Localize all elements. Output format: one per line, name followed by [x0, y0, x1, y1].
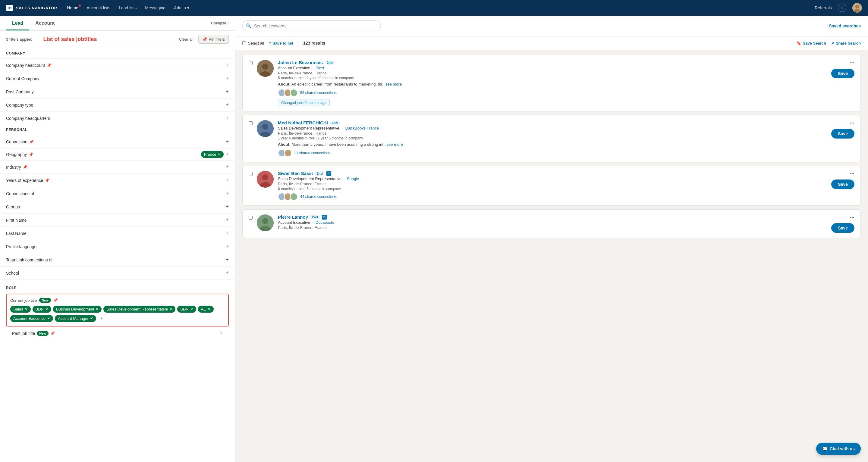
add-filter-icon[interactable]: + — [225, 89, 229, 95]
clear-all-button[interactable]: Clear all — [179, 37, 193, 41]
filter-row-first-name[interactable]: First Name + — [0, 213, 235, 227]
more-options-button[interactable]: ··· — [850, 60, 855, 66]
filter-row-teamlink[interactable]: TeamLink connections of + — [0, 253, 235, 266]
filter-row-last-name[interactable]: Last Name + — [0, 227, 235, 240]
referrals-link[interactable]: Referrals — [815, 5, 832, 10]
filter-row-connection[interactable]: Connection 📌 + — [0, 135, 235, 148]
see-more-link[interactable]: see more — [385, 82, 402, 87]
add-tag-button[interactable]: + — [98, 315, 106, 322]
shared-count[interactable]: 58 shared connections — [300, 91, 337, 95]
add-filter-icon[interactable]: + — [225, 115, 229, 121]
tab-lead[interactable]: Lead — [6, 16, 29, 30]
filter-row-profile-language[interactable]: Profile language + — [0, 240, 235, 253]
filter-row-current-company[interactable]: Current Company + — [0, 72, 235, 85]
nav-link-home[interactable]: Home — [67, 5, 78, 10]
shared-count[interactable]: 11 shared connections — [294, 151, 331, 155]
nav-link-account-lists[interactable]: Account lists — [87, 5, 111, 10]
geography-tag-france[interactable]: France ✕ — [201, 151, 224, 158]
tab-account[interactable]: Account — [29, 16, 61, 30]
shared-count[interactable]: 44 shared connections — [300, 195, 337, 199]
add-filter-icon[interactable]: + — [225, 151, 229, 158]
filter-row-school[interactable]: School + — [0, 266, 235, 279]
filter-row-industry[interactable]: Industry 📌 + — [0, 160, 235, 173]
add-filter-icon[interactable]: + — [225, 230, 229, 236]
remove-tag-icon[interactable]: ✕ — [96, 307, 98, 311]
save-lead-button[interactable]: Save — [831, 129, 855, 138]
remove-tag-icon[interactable]: ✕ — [90, 316, 93, 321]
pin-filters-button[interactable]: 📌 Pin filters — [198, 35, 229, 44]
company-link[interactable]: Plezi — [315, 66, 324, 70]
add-filter-icon[interactable]: + — [225, 138, 229, 145]
avatar[interactable] — [852, 3, 862, 13]
add-filter-icon[interactable]: + — [225, 270, 229, 276]
remove-tag-icon[interactable]: ✕ — [47, 316, 50, 321]
save-to-list-button[interactable]: ≡ Save to list — [269, 41, 293, 45]
add-filter-icon[interactable]: + — [225, 217, 229, 223]
collapse-button[interactable]: Collapse ‹ — [211, 21, 229, 25]
search-input[interactable] — [242, 21, 381, 31]
logo[interactable]: in SALES NAVIGATOR — [6, 5, 57, 11]
add-filter-icon[interactable]: + — [225, 62, 229, 68]
lead-name[interactable]: Siwar Ben Sassi — [278, 171, 313, 176]
add-filter-icon[interactable]: + — [219, 330, 223, 336]
nav-link-messaging[interactable]: Messaging — [145, 5, 165, 10]
select-all-input[interactable] — [242, 41, 246, 45]
job-tag-busines-development[interactable]: Busines Development ✕ — [53, 306, 101, 312]
add-filter-icon[interactable]: + — [225, 204, 229, 210]
remove-tag-icon[interactable]: ✕ — [25, 307, 28, 311]
save-search-button[interactable]: 🔖 Save Search — [797, 41, 826, 45]
filter-row-connections-of[interactable]: Connections of + — [0, 187, 235, 200]
save-lead-button[interactable]: Save — [831, 179, 855, 189]
save-lead-button[interactable]: Save — [831, 69, 855, 78]
lead-name[interactable]: Pierre Lannoy — [278, 214, 308, 220]
see-more-link[interactable]: see more — [387, 142, 403, 147]
more-options-button[interactable]: ··· — [850, 120, 855, 127]
filter-row-company-type[interactable]: Company type + — [0, 98, 235, 111]
select-all-checkbox[interactable]: Select all — [242, 41, 264, 45]
save-lead-button[interactable]: Save — [831, 223, 855, 233]
add-filter-icon[interactable]: + — [225, 177, 229, 184]
remove-tag-icon[interactable]: ✕ — [45, 307, 48, 311]
add-filter-icon[interactable]: + — [225, 243, 229, 250]
remove-tag-icon[interactable]: ✕ — [169, 307, 173, 311]
card-checkbox[interactable] — [249, 216, 253, 220]
remove-tag-icon[interactable]: ✕ — [218, 153, 221, 157]
job-tag-sdr[interactable]: SDR ✕ — [177, 306, 196, 312]
company-link[interactable]: Docaposte — [315, 220, 334, 225]
company-link[interactable]: Saagie — [347, 176, 359, 181]
chat-button[interactable]: 💬 Chat with us — [816, 443, 861, 455]
card-checkbox[interactable] — [249, 172, 253, 176]
lead-name[interactable]: Julien Le Bissonnais — [278, 60, 323, 65]
past-job-title-row[interactable]: Past job title New 📌 + — [6, 327, 229, 340]
job-tag-ae[interactable]: AE ✕ — [198, 306, 214, 312]
add-filter-icon[interactable]: + — [225, 257, 229, 263]
job-tag-account-manager[interactable]: Account Manager ✕ — [55, 315, 96, 322]
more-options-button[interactable]: ··· — [850, 214, 855, 221]
more-options-button[interactable]: ··· — [850, 171, 855, 177]
share-search-button[interactable]: ↗ Share Search — [831, 41, 861, 45]
filter-row-past-company[interactable]: Past Company + — [0, 85, 235, 98]
card-checkbox[interactable] — [249, 121, 253, 125]
lead-name[interactable]: Med Nidhal FERCHICHI — [278, 120, 328, 125]
remove-tag-icon[interactable]: ✕ — [190, 307, 193, 311]
job-tag-sales[interactable]: Sales ✕ — [10, 306, 31, 312]
filter-row-groups[interactable]: Groups + — [0, 200, 235, 213]
job-tag-account-executive[interactable]: Account Executive ✕ — [10, 315, 53, 322]
job-tag-sdr-full[interactable]: Sales Development Representative ✕ — [103, 306, 176, 312]
remove-tag-icon[interactable]: ✕ — [208, 307, 211, 311]
help-icon[interactable]: ? — [838, 4, 846, 12]
nav-link-admin[interactable]: Admin ▾ — [174, 5, 189, 10]
filter-row-company-hq[interactable]: Company headquarters + — [0, 111, 235, 125]
filter-row-company-headcount[interactable]: Company headcount 📌 + — [0, 59, 235, 72]
add-filter-icon[interactable]: + — [225, 75, 229, 81]
add-filter-icon[interactable]: + — [225, 190, 229, 197]
add-filter-icon[interactable]: + — [225, 164, 229, 170]
filter-row-geography[interactable]: Geography 📌 France ✕ + — [0, 148, 235, 160]
job-tag-bdr[interactable]: BDR ✕ — [33, 306, 51, 312]
company-link[interactable]: QuickBooks France — [345, 126, 379, 130]
saved-searches-link[interactable]: Saved searches — [829, 24, 861, 28]
nav-link-lead-lists[interactable]: Lead lists — [119, 5, 136, 10]
filter-row-experience[interactable]: Years of experience 📌 + — [0, 173, 235, 187]
card-checkbox[interactable] — [249, 61, 253, 65]
add-filter-icon[interactable]: + — [225, 102, 229, 108]
